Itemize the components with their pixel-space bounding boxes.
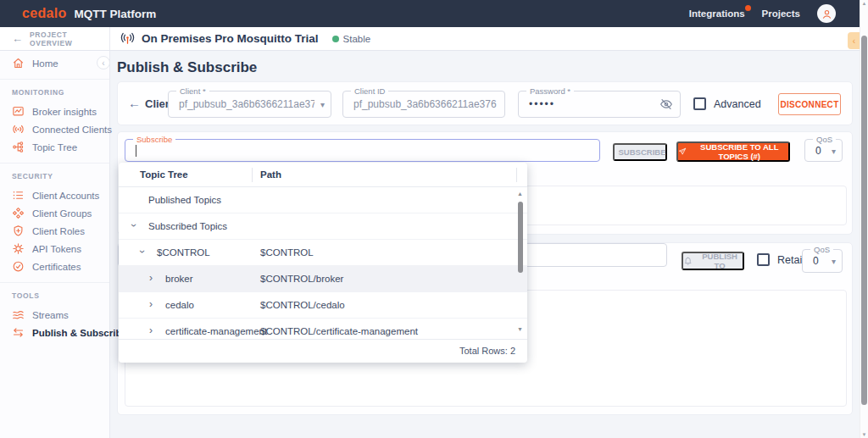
subscribe-button-label: SUBSCRIBE — [619, 147, 666, 157]
user-avatar[interactable] — [817, 4, 836, 23]
status-dot — [332, 36, 339, 42]
password-value: ••••• — [529, 91, 555, 117]
product-name: MQTT Platform — [75, 8, 157, 20]
sidebar-item-label: Client Accounts — [32, 191, 99, 201]
subscribe-input[interactable]: Subscribe — [125, 139, 600, 162]
disconnect-button[interactable]: DISCONNECT — [778, 93, 841, 115]
client-back-arrow[interactable]: ← — [128, 96, 141, 110]
topic-tree-row[interactable]: ›Subscribed Topics — [119, 213, 527, 240]
client-id-value: pf_pubsub_3a6b6366211ae376 — [353, 91, 497, 117]
scroll-up-icon[interactable]: ▲ — [860, 1, 868, 6]
back-arrow-icon: ← — [12, 33, 23, 44]
sidebar-item-label: Streams — [32, 310, 69, 320]
person-icon — [821, 8, 833, 20]
topic-label: Published Topics — [148, 195, 221, 205]
chevron-right-icon[interactable]: › — [147, 325, 155, 335]
topic-label: broker — [165, 274, 193, 284]
cedalo-logo[interactable]: cedalo — [22, 6, 67, 21]
subscribe-button[interactable]: SUBSCRIBE — [613, 143, 667, 161]
column-path: Path — [260, 169, 281, 180]
chevron-right-icon[interactable]: › — [147, 299, 155, 309]
sidebar-item-home[interactable]: Home — [0, 54, 109, 72]
sidebar-item-publish-subscribe[interactable]: Publish & Subscribe — [0, 324, 109, 341]
disconnect-label: DISCONNECT — [780, 100, 838, 109]
sidebar-item-label: Publish & Subscribe — [32, 328, 127, 338]
page-scrollbar-thumb[interactable] — [861, 36, 867, 405]
sidebar-item-broker-insights[interactable]: Broker insights — [0, 103, 109, 120]
panel-collapse-button[interactable]: ‹ — [848, 32, 860, 49]
page-scrollbar[interactable]: ▲ ▼ — [860, 0, 868, 438]
topic-path: $CONTROL/cedalo — [260, 300, 345, 310]
subscribe-all-topics-button[interactable]: SUBSCRIBE TO ALL TOPICS (#) — [676, 141, 790, 162]
subscribe-input-label: Subscribe — [133, 135, 175, 144]
nav-integrations[interactable]: Integrations — [689, 8, 745, 19]
sidebar-item-streams[interactable]: Streams — [0, 306, 109, 324]
chevron-down-icon[interactable]: › — [129, 221, 139, 230]
password-input[interactable]: Password * ••••• — [518, 91, 681, 118]
client-id-input[interactable]: Client ID pf_pubsub_3a6b6366211ae376 — [342, 91, 505, 118]
broadcast-icon — [12, 123, 25, 136]
sidebar-item-connected-clients[interactable]: Connected Clients — [0, 120, 109, 138]
topic-label: Subscribed Topics — [148, 221, 227, 231]
bell-icon — [683, 256, 693, 266]
topic-tree-row[interactable]: ›cedalo$CONTROL/cedalo — [119, 292, 527, 319]
eye-off-icon[interactable] — [659, 97, 673, 111]
list-icon — [12, 189, 25, 202]
chevron-right-icon[interactable]: › — [147, 273, 155, 283]
header-strip: ← PROJECT OVERVIEW On Premises Pro Mosqu… — [0, 27, 868, 51]
token-icon — [12, 242, 25, 255]
chevron-down-icon: ▾ — [832, 257, 836, 266]
retain-checkbox[interactable] — [757, 253, 770, 266]
topic-tree-dropdown: Topic Tree Path Published Topics›Subscri… — [119, 163, 527, 363]
sidebar-item-label: Client Groups — [32, 208, 92, 219]
topic-label: certificate-management — [165, 326, 267, 336]
column-divider — [516, 168, 517, 182]
sidebar-item-topic-tree[interactable]: Topic Tree — [0, 138, 109, 156]
topic-tree-icon — [12, 141, 25, 153]
connection-header: On Premises Pro Mosquitto Trial Stable — [110, 27, 370, 50]
topic-tree-row[interactable]: Published Topics — [119, 187, 527, 213]
chevron-down-icon[interactable]: › — [137, 247, 147, 256]
publish-to-button[interactable]: PUBLISH TO — [682, 252, 744, 270]
sidebar-item-label: Topic Tree — [32, 142, 77, 152]
project-overview-back[interactable]: ← PROJECT OVERVIEW — [0, 27, 110, 50]
group-icon — [12, 207, 25, 219]
sidebar-item-client-accounts[interactable]: Client Accounts — [0, 186, 109, 204]
advanced-checkbox[interactable] — [693, 97, 706, 110]
sidebar-section: SECURITYClient AccountsClient GroupsClie… — [0, 163, 109, 282]
subscribe-qos-select[interactable]: QoS 0 ▾ — [804, 139, 843, 162]
notification-dot — [745, 5, 751, 11]
send-icon — [678, 147, 687, 157]
column-divider — [252, 168, 253, 182]
topic-tree-row[interactable]: ›broker$CONTROL/broker — [119, 266, 527, 292]
advanced-label: Advanced — [714, 98, 761, 110]
nav-integrations-label: Integrations — [689, 8, 745, 19]
nav-projects[interactable]: Projects — [762, 8, 800, 19]
sidebar-section: Home — [0, 51, 109, 79]
topic-tree-footer: Total Rows: 2 — [119, 339, 527, 363]
sidebar-section-header: SECURITY — [12, 172, 109, 180]
certificate-icon — [12, 260, 25, 273]
scroll-up-icon[interactable]: ▲ — [517, 191, 523, 197]
scroll-down-icon[interactable]: ▼ — [517, 326, 523, 332]
total-rows-label: Total Rows: 2 — [459, 346, 515, 356]
client-select[interactable]: Client * pf_pubsub_3a6b6366211ae376 ▾ — [168, 91, 331, 118]
connection-title: On Premises Pro Mosquitto Trial — [142, 32, 319, 45]
sidebar-item-client-roles[interactable]: Client Roles — [0, 222, 109, 240]
sidebar-item-api-tokens[interactable]: API Tokens — [0, 240, 109, 258]
sidebar-item-client-groups[interactable]: Client Groups — [0, 204, 109, 222]
topic-tree-row[interactable]: ›$CONTROL$CONTROL — [119, 240, 527, 266]
streams-icon — [12, 308, 25, 321]
sidebar-collapse-button[interactable]: ‹ — [97, 56, 110, 69]
topic-path: $CONTROL/certificate-management — [260, 326, 418, 336]
sidebar-item-certificates[interactable]: Certificates — [0, 258, 109, 275]
topic-tree-row[interactable]: ›certificate-management$CONTROL/certific… — [119, 319, 527, 339]
publish-qos-select[interactable]: QoS 0 ▾ — [802, 249, 843, 273]
chevron-down-icon: ▾ — [320, 100, 325, 109]
sidebar-section-header: MONITORING — [12, 88, 109, 97]
scroll-down-icon[interactable]: ▼ — [860, 432, 868, 437]
dropdown-scrollbar-thumb[interactable] — [518, 202, 523, 273]
chevron-down-icon: ▾ — [832, 146, 836, 155]
topbar: cedalo MQTT Platform Integrations Projec… — [0, 0, 868, 27]
sidebar-item-label: Broker insights — [32, 107, 97, 117]
